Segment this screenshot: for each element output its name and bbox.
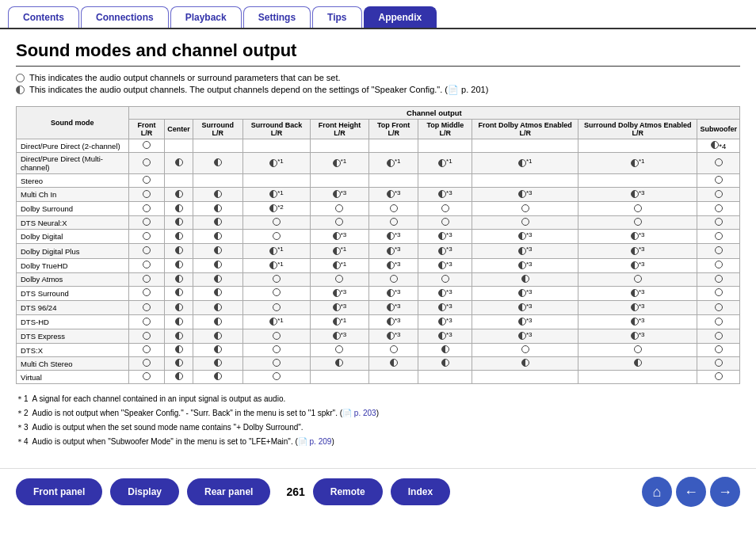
- channel-cell: [578, 139, 697, 153]
- channel-cell: [165, 216, 193, 230]
- channel-cell: [418, 357, 472, 371]
- tab-appendix[interactable]: Appendix: [364, 6, 437, 28]
- btn-index[interactable]: Index: [391, 478, 450, 505]
- tab-contents[interactable]: Contents: [8, 6, 79, 28]
- sound-mode-cell: Stereo: [17, 174, 129, 188]
- channel-cell: [578, 371, 697, 384]
- channel-cell: [193, 329, 242, 344]
- channel-cell: [128, 286, 165, 300]
- channel-cell: *3: [368, 188, 418, 202]
- channel-cell: [193, 216, 242, 230]
- table-row: DTS Neural:X: [17, 216, 740, 230]
- channel-cell: *3: [578, 244, 697, 258]
- channel-cell: [193, 286, 242, 300]
- legend-item-1: This indicates the audio output channels…: [16, 73, 740, 82]
- col-header-channel-output: Channel output: [128, 107, 739, 120]
- channel-cell: [368, 371, 418, 384]
- channel-cell: *3: [368, 230, 418, 244]
- btn-display[interactable]: Display: [110, 478, 179, 505]
- channel-cell: *3: [578, 300, 697, 314]
- channel-cell: [193, 230, 242, 244]
- tab-settings[interactable]: Settings: [243, 6, 311, 28]
- channel-cell: [368, 272, 418, 286]
- channel-cell: [128, 188, 165, 202]
- channel-cell: *3: [472, 300, 578, 314]
- channel-cell: [193, 272, 242, 286]
- table-row: Direct/Pure Direct (2-channel)*4: [17, 139, 740, 153]
- channel-cell: [578, 202, 697, 216]
- channel-cell: [418, 371, 472, 384]
- channel-cell: [128, 344, 165, 357]
- channel-cell: [128, 174, 165, 188]
- legend-half-icon: [16, 86, 25, 94]
- col-front-height: Front Height L/R: [311, 120, 369, 139]
- channel-cell: [242, 371, 310, 384]
- channel-cell: *3: [578, 188, 697, 202]
- channel-cell: *1: [578, 153, 697, 174]
- btn-forward[interactable]: →: [710, 477, 740, 507]
- tab-playback[interactable]: Playback: [170, 6, 242, 28]
- channel-cell: *3: [472, 286, 578, 300]
- channel-cell: [242, 230, 310, 244]
- channel-cell: [472, 371, 578, 384]
- channel-cell: [697, 344, 740, 357]
- channel-cell: *3: [418, 300, 472, 314]
- legend: This indicates the audio output channels…: [16, 73, 740, 95]
- channel-cell: *1: [311, 315, 369, 329]
- btn-remote[interactable]: Remote: [313, 478, 383, 505]
- channel-cell: [472, 357, 578, 371]
- table-row: Multi Ch In*1*3*3*3*3*3: [17, 188, 740, 202]
- col-header-sound-mode: Sound mode: [17, 107, 129, 139]
- channel-cell: [193, 258, 242, 272]
- btn-home[interactable]: ⌂: [642, 477, 672, 507]
- sound-mode-cell: DTS 96/24: [17, 300, 129, 314]
- channel-cell: [128, 202, 165, 216]
- channel-cell: *1: [311, 258, 369, 272]
- channel-cell: *3: [368, 300, 418, 314]
- channel-cell: *1: [368, 153, 418, 174]
- channel-cell: [697, 202, 740, 216]
- channel-cell: [697, 371, 740, 384]
- channel-cell: [193, 371, 242, 384]
- channel-cell: [165, 344, 193, 357]
- tab-tips[interactable]: Tips: [312, 6, 361, 28]
- sound-mode-cell: DTS-HD: [17, 315, 129, 329]
- table-row: Dolby Digital Plus*1*1*3*3*3*3: [17, 244, 740, 258]
- footnote-3: ＊3 Audio is output when the set sound mo…: [16, 421, 740, 434]
- channel-cell: *3: [578, 258, 697, 272]
- channel-cell: *3: [368, 286, 418, 300]
- channel-cell: [578, 272, 697, 286]
- table-row: DTS:X: [17, 344, 740, 357]
- sound-mode-cell: Multi Ch Stereo: [17, 357, 129, 371]
- channel-cell: [472, 272, 578, 286]
- channel-cell: *3: [311, 230, 369, 244]
- channel-cell: [418, 272, 472, 286]
- tab-connections[interactable]: Connections: [81, 6, 169, 28]
- col-top-front: Top Front L/R: [368, 120, 418, 139]
- channel-cell: [193, 188, 242, 202]
- channel-cell: [368, 174, 418, 188]
- sound-mode-cell: Virtual: [17, 371, 129, 384]
- channel-cell: [311, 139, 369, 153]
- channel-cell: [193, 344, 242, 357]
- channel-cell: [697, 188, 740, 202]
- channel-cell: *1: [242, 188, 310, 202]
- channel-cell: [165, 286, 193, 300]
- channel-cell: *3: [578, 329, 697, 344]
- channel-table: Sound mode Channel output Front L/R Cent…: [16, 106, 740, 384]
- channel-cell: [368, 357, 418, 371]
- btn-front-panel[interactable]: Front panel: [16, 478, 102, 505]
- channel-cell: [128, 329, 165, 344]
- channel-cell: [697, 286, 740, 300]
- channel-cell: *1: [311, 153, 369, 174]
- channel-cell: *3: [472, 258, 578, 272]
- channel-cell: *1: [242, 153, 310, 174]
- channel-cell: *3: [472, 315, 578, 329]
- channel-cell: *3: [418, 230, 472, 244]
- table-row: DTS Express*3*3*3*3*3: [17, 329, 740, 344]
- footnote-2: ＊2 Audio is not output when "Speaker Con…: [16, 406, 740, 420]
- channel-cell: [193, 202, 242, 216]
- page-number: 261: [286, 485, 304, 498]
- btn-back[interactable]: ←: [676, 477, 706, 507]
- btn-rear-panel[interactable]: Rear panel: [187, 478, 270, 505]
